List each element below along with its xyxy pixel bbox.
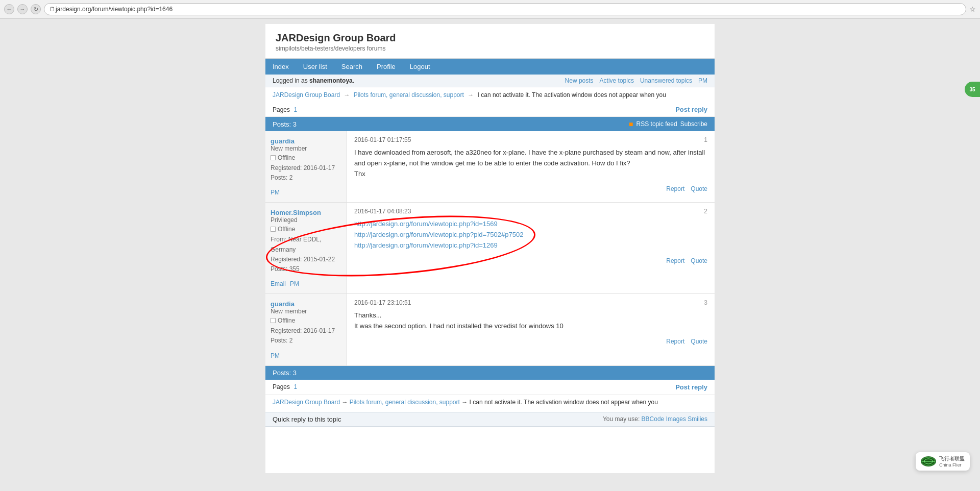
bottom-breadcrumb-topic: I can not activate it. The activation wi… xyxy=(470,399,658,406)
rss-area: ■ RSS topic feed Subscribe xyxy=(629,120,707,128)
posts-count-bottom: Posts: 3 xyxy=(273,369,297,377)
page-icon: 🗋 xyxy=(50,6,56,13)
nav-logout[interactable]: Logout xyxy=(403,59,437,75)
nav-bar: Index User list Search Profile Logout xyxy=(265,59,715,75)
posts-header-bottom: Posts: 3 xyxy=(265,366,715,380)
post-1-author[interactable]: guardia xyxy=(271,137,341,145)
nav-profile[interactable]: Profile xyxy=(370,59,403,75)
pages-label-bottom: Pages 1 xyxy=(273,383,297,390)
unanswered-topics-link[interactable]: Unanswered topics xyxy=(640,77,692,84)
offline-indicator-2 xyxy=(271,227,276,232)
post-3-sidebar-actions: PM xyxy=(271,352,341,359)
breadcrumb-home[interactable]: JARDesign Group Board xyxy=(273,91,340,99)
pm-link[interactable]: PM xyxy=(698,77,707,84)
post-2-quote[interactable]: Quote xyxy=(691,257,707,264)
nav-userlist[interactable]: User list xyxy=(296,59,334,75)
post-2-link-2[interactable]: http://jardesign.org/forum/viewtopic.php… xyxy=(354,231,523,238)
china-flier-cn: 飞行者联盟 xyxy=(939,455,965,462)
post-2-timestamp: 2016-01-17 04:08:23 xyxy=(354,208,411,215)
post-1-pm[interactable]: PM xyxy=(271,189,280,196)
posts-count: Posts: 3 xyxy=(273,120,297,128)
new-posts-link[interactable]: New posts xyxy=(565,77,594,84)
forum-title: JARDesign Group Board xyxy=(276,32,704,44)
offline-indicator xyxy=(271,155,276,160)
subscribe-link[interactable]: Subscribe xyxy=(680,120,707,128)
post-1-footer: Report Quote xyxy=(354,185,707,192)
post-2-sidebar-actions: Email PM xyxy=(271,280,341,287)
bookmark-icon[interactable]: ☆ xyxy=(969,5,976,13)
post-2-footer: Report Quote xyxy=(354,257,707,264)
rss-link[interactable]: RSS topic feed xyxy=(636,120,677,128)
address-bar[interactable]: 🗋 jardesign.org/forum/viewtopic.php?id=1… xyxy=(44,3,966,15)
page-number-bottom[interactable]: 1 xyxy=(293,383,297,390)
post-1-role: New member xyxy=(271,145,341,152)
page-number[interactable]: 1 xyxy=(293,106,297,113)
nav-index[interactable]: Index xyxy=(265,59,296,75)
status-bar: Logged in as shanemontoya. New posts Act… xyxy=(265,75,715,87)
nav-search[interactable]: Search xyxy=(334,59,370,75)
post-1-report[interactable]: Report xyxy=(666,185,684,192)
post-3-status: Offline xyxy=(271,317,341,324)
post-3-timestamp: 2016-01-17 23:10:51 xyxy=(354,299,411,306)
post-2-content: 2016-01-17 04:08:23 2 http://jardesign.o… xyxy=(347,203,715,293)
page-wrapper: JARDesign Group Board simpilots/beta-tes… xyxy=(0,19,980,478)
post-2-body: http://jardesign.org/forum/viewtopic.php… xyxy=(354,219,707,251)
bbcode-link[interactable]: BBCode xyxy=(642,415,665,423)
breadcrumb: JARDesign Group Board → Pilots forum, ge… xyxy=(265,87,715,103)
quick-reply-bar: Quick reply to this topic You may use: B… xyxy=(265,412,715,427)
post-reply-bottom[interactable]: Post reply xyxy=(675,383,707,391)
post-1-body: I have downloaded from aerosoft, the a32… xyxy=(354,148,707,179)
china-flier-en: China Flier xyxy=(939,462,965,468)
post-3-content: 2016-01-17 23:10:51 3 Thanks... It was t… xyxy=(347,294,715,365)
forward-button[interactable]: → xyxy=(17,4,28,14)
post-2-status: Offline xyxy=(271,226,341,233)
images-link[interactable]: Images xyxy=(666,415,686,423)
username: shanemontoya xyxy=(309,77,353,84)
reload-button[interactable]: ↻ xyxy=(31,4,41,14)
offline-indicator-3 xyxy=(271,318,276,323)
status-left: Logged in as shanemontoya. xyxy=(273,77,354,84)
post-reply-top[interactable]: Post reply xyxy=(675,106,707,113)
url-text: jardesign.org/forum/viewtopic.php?id=164… xyxy=(56,6,173,13)
post-1-number: 1 xyxy=(704,136,707,143)
post-2-email[interactable]: Email xyxy=(271,280,286,287)
post-1-sidebar: guardia New member Offline Registered: 2… xyxy=(265,131,347,202)
post-2-timestamp-row: 2016-01-17 04:08:23 2 xyxy=(354,208,707,215)
smilies-link[interactable]: Smilies xyxy=(688,415,707,423)
post-3-footer: Report Quote xyxy=(354,338,707,345)
pages-bar: Pages 1 Post reply xyxy=(265,103,715,117)
post-2-sidebar: Homer.Simpson Privileged Offline From: N… xyxy=(265,203,347,293)
bottom-breadcrumb-home[interactable]: JARDesign Group Board xyxy=(273,399,340,406)
post-2-meta: From: Near EDDL, Germany Registered: 201… xyxy=(271,235,341,274)
post-3-report[interactable]: Report xyxy=(666,338,684,345)
post-3-number: 3 xyxy=(704,299,707,306)
active-topics-link[interactable]: Active topics xyxy=(600,77,634,84)
post-1-timestamp: 2016-01-17 01:17:55 xyxy=(354,136,411,143)
bottom-pages-bar: Pages 1 Post reply xyxy=(265,380,715,394)
post-2: Homer.Simpson Privileged Offline From: N… xyxy=(265,203,715,294)
back-button[interactable]: ← xyxy=(4,4,14,14)
bottom-breadcrumb: JARDesign Group Board → Pilots forum, ge… xyxy=(265,394,715,410)
posts-header: Posts: 3 ■ RSS topic feed Subscribe xyxy=(265,117,715,131)
post-3-pm[interactable]: PM xyxy=(271,352,280,359)
quick-reply-may-use: You may use: BBCode Images Smilies xyxy=(603,415,707,423)
post-2-number: 2 xyxy=(704,208,707,215)
post-2-link-1[interactable]: http://jardesign.org/forum/viewtopic.php… xyxy=(354,220,498,228)
post-2-pm[interactable]: PM xyxy=(290,280,299,287)
bottom-breadcrumb-forum[interactable]: Pilots forum, general discussion, suppor… xyxy=(350,399,460,406)
post-2-link-3[interactable]: http://jardesign.org/forum/viewtopic.php… xyxy=(354,241,498,249)
browser-chrome: ← → ↻ 🗋 jardesign.org/forum/viewtopic.ph… xyxy=(0,0,980,19)
post-3-role: New member xyxy=(271,308,341,315)
pages-label: Pages 1 xyxy=(273,106,297,113)
post-3-meta: Registered: 2016-01-17 Posts: 2 xyxy=(271,326,341,346)
post-3-quote[interactable]: Quote xyxy=(691,338,707,345)
post-1-timestamp-row: 2016-01-17 01:17:55 1 xyxy=(354,136,707,143)
post-1-meta: Registered: 2016-01-17 Posts: 2 xyxy=(271,163,341,183)
post-1-quote[interactable]: Quote xyxy=(691,185,707,192)
breadcrumb-forum[interactable]: Pilots forum, general discussion, suppor… xyxy=(354,91,464,99)
post-2-report[interactable]: Report xyxy=(666,257,684,264)
post-3-author[interactable]: guardia xyxy=(271,300,341,308)
status-right: New posts Active topics Unanswered topic… xyxy=(565,77,707,84)
post-1-content: 2016-01-17 01:17:55 1 I have downloaded … xyxy=(347,131,715,202)
post-2-author[interactable]: Homer.Simpson xyxy=(271,209,341,216)
